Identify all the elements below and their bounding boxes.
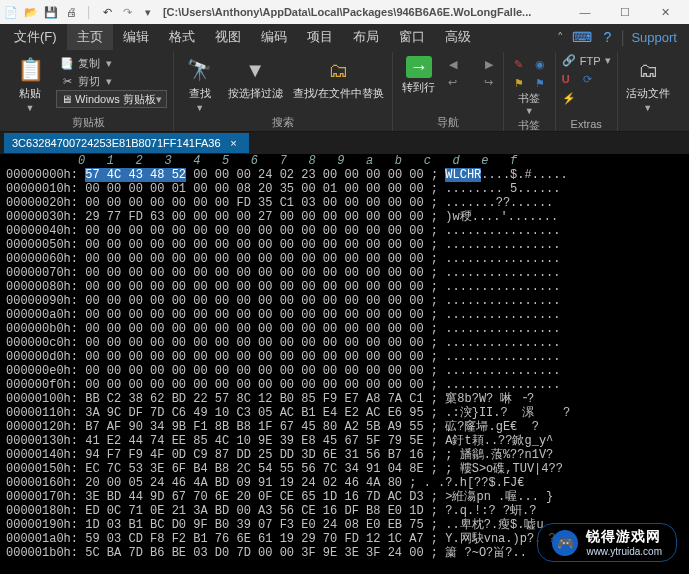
menu-format[interactable]: 格式: [159, 24, 205, 50]
ribbon-group-clipboard: 📋 粘贴 ▼ 📑 复制▾ ✂ 剪切▾ 🖥 Windows 剪贴板 ▾ 剪贴: [4, 52, 174, 131]
ribbon-group-bookmarks: ✎ ◉ ⚑ ⚑ 书签 ▼ 书签: [504, 52, 556, 131]
hex-row[interactable]: 00000020h: 00 00 00 00 00 00 00 FD 35 C1…: [0, 196, 689, 210]
hex-row[interactable]: 00000100h: BB C2 38 62 BD 22 57 8C 12 B0…: [0, 392, 689, 406]
group-title-bookmarks: 书签: [510, 116, 549, 134]
hex-row[interactable]: 00000160h: 20 00 05 24 46 4A BD 09 91 19…: [0, 476, 689, 490]
bookmarks-label: 书签: [518, 91, 540, 106]
watermark: 🎮 锐得游戏网 www.ytruida.com: [537, 523, 677, 562]
bookmark-blue-circle-icon[interactable]: ◉: [531, 56, 549, 72]
cut-button[interactable]: ✂ 剪切▾: [56, 72, 167, 90]
keyboard-icon[interactable]: ⌨: [572, 29, 592, 45]
active-files-button[interactable]: 🗂 活动文件 ▼: [624, 54, 672, 113]
desktop-icon: 🖥: [61, 93, 72, 105]
menu-support[interactable]: Support: [631, 30, 677, 45]
goto-line-button[interactable]: → 转到行: [399, 54, 439, 95]
hex-row[interactable]: 00000140h: 94 F7 F9 4F 0D C9 87 DD 25 DD…: [0, 448, 689, 462]
nav-prev-icon[interactable]: ◀: [445, 56, 461, 72]
hex-row[interactable]: 00000060h: 00 00 00 00 00 00 00 00 00 00…: [0, 252, 689, 266]
group-title-search: 搜索: [180, 113, 386, 131]
menu-layout[interactable]: 布局: [343, 24, 389, 50]
tab-title: 3C63284700724253E81B8071FF141FA36: [12, 137, 221, 149]
menu-sep: │: [619, 30, 627, 45]
redo-icon[interactable]: ↷: [121, 5, 135, 19]
nav-fwd-icon[interactable]: ↪: [481, 74, 497, 90]
hex-row[interactable]: 00000150h: EC 7C 53 3E 6F B4 B8 2C 54 55…: [0, 462, 689, 476]
hex-row[interactable]: 000000e0h: 00 00 00 00 00 00 00 00 00 00…: [0, 364, 689, 378]
ue-icon[interactable]: U: [562, 73, 580, 89]
hex-row[interactable]: 00000070h: 00 00 00 00 00 00 00 00 00 00…: [0, 266, 689, 280]
bookmark-red-icon[interactable]: ✎: [510, 56, 528, 72]
menu-window[interactable]: 窗口: [389, 24, 435, 50]
scissors-icon: ✂: [60, 74, 74, 88]
hex-row[interactable]: 00000130h: 41 E2 44 74 EE 85 4C 10 9E 39…: [0, 434, 689, 448]
title-bar: 📄 📂 💾 🖨 │ ↶ ↷ ▾ [C:\Users\Anthony\AppDat…: [0, 0, 689, 24]
hex-row[interactable]: 00000010h: 00 00 00 00 01 00 00 08 20 35…: [0, 182, 689, 196]
hex-row[interactable]: 00000180h: ED 0C 71 0E 21 3A BD 00 A3 56…: [0, 504, 689, 518]
menu-coding[interactable]: 编码: [251, 24, 297, 50]
print-icon[interactable]: 🖨: [64, 5, 78, 19]
menu-advanced[interactable]: 高级: [435, 24, 481, 50]
find-replace-in-files-button[interactable]: 🗂 查找/在文件中替换: [291, 54, 386, 101]
hex-row[interactable]: 00000030h: 29 77 FD 63 00 00 00 00 27 00…: [0, 210, 689, 224]
chevron-down-icon: ▾: [156, 93, 162, 106]
menu-home[interactable]: 主页: [67, 24, 113, 50]
menu-project[interactable]: 项目: [297, 24, 343, 50]
undo-icon[interactable]: ↶: [101, 5, 115, 19]
clipboard-history-select[interactable]: 🖥 Windows 剪贴板 ▾: [56, 90, 167, 108]
watermark-name: 锐得游戏网: [586, 528, 661, 544]
ribbon: 📋 粘贴 ▼ 📑 复制▾ ✂ 剪切▾ 🖥 Windows 剪贴板 ▾ 剪贴: [0, 50, 689, 132]
refresh-icon[interactable]: ⟳: [583, 73, 601, 89]
hex-row[interactable]: 00000110h: 3A 9C DF 7D C6 49 10 C3 05 AC…: [0, 406, 689, 420]
folder-search-icon: 🗂: [324, 56, 352, 84]
menu-edit[interactable]: 编辑: [113, 24, 159, 50]
menu-bar: 文件(F) 主页 编辑 格式 视图 编码 项目 布局 窗口 高级 ˄ ⌨ ? │…: [0, 24, 689, 50]
ribbon-group-extras: 🔗 FTP ▾ U ⟳ ⚡ Extras: [556, 52, 618, 131]
chevron-down-icon[interactable]: ▼: [525, 106, 534, 116]
window-close[interactable]: ✕: [645, 0, 685, 24]
bookmark-gold-icon[interactable]: ⚑: [510, 75, 528, 91]
hex-row[interactable]: 00000050h: 00 00 00 00 00 00 00 00 00 00…: [0, 238, 689, 252]
ftp-icon: 🔗: [562, 54, 576, 67]
save-icon[interactable]: 💾: [44, 5, 58, 19]
menu-view[interactable]: 视图: [205, 24, 251, 50]
binoculars-icon: 🔭: [186, 56, 214, 84]
hex-editor[interactable]: 0 1 2 3 4 5 6 7 8 9 a b c d e f 00000000…: [0, 154, 689, 574]
tab-bar: 3C63284700724253E81B8071FF141FA36 ×: [0, 132, 689, 154]
new-file-icon[interactable]: 📄: [4, 5, 18, 19]
hex-row[interactable]: 000000a0h: 00 00 00 00 00 00 00 00 00 00…: [0, 308, 689, 322]
watermark-url: www.ytruida.com: [586, 546, 662, 557]
hex-row[interactable]: 000000d0h: 00 00 00 00 00 00 00 00 00 00…: [0, 350, 689, 364]
hex-row[interactable]: 000000f0h: 00 00 00 00 00 00 00 00 00 00…: [0, 378, 689, 392]
collapse-ribbon-icon[interactable]: ˄: [557, 30, 564, 45]
nav-next-icon[interactable]: ▶: [481, 56, 497, 72]
hex-row[interactable]: 000000b0h: 00 00 00 00 00 00 00 00 00 00…: [0, 322, 689, 336]
hex-row[interactable]: 00000090h: 00 00 00 00 00 00 00 00 00 00…: [0, 294, 689, 308]
copy-icon: 📑: [60, 56, 74, 70]
group-title-clipboard: 剪贴板: [10, 113, 167, 131]
nav-back-icon[interactable]: ↩: [445, 74, 461, 90]
open-file-icon[interactable]: 📂: [24, 5, 38, 19]
hex-row[interactable]: 00000080h: 00 00 00 00 00 00 00 00 00 00…: [0, 280, 689, 294]
thunder-icon[interactable]: ⚡: [562, 92, 580, 108]
dropdown-arrow-icon[interactable]: ▾: [141, 5, 155, 19]
find-button[interactable]: 🔭 查找 ▼: [180, 54, 220, 113]
copy-button[interactable]: 📑 复制▾: [56, 54, 167, 72]
help-icon[interactable]: ?: [604, 29, 612, 45]
paste-button[interactable]: 📋 粘贴 ▼: [10, 54, 50, 113]
chevron-down-icon: ▾: [605, 54, 611, 67]
filter-by-selection-button[interactable]: ▼ 按选择过滤: [226, 54, 285, 101]
document-tab[interactable]: 3C63284700724253E81B8071FF141FA36 ×: [4, 133, 249, 153]
hex-row[interactable]: 000000c0h: 00 00 00 00 00 00 00 00 00 00…: [0, 336, 689, 350]
chevron-down-icon: ▼: [195, 103, 204, 113]
hex-row[interactable]: 00000170h: 3E BD 44 9D 67 70 6E 20 0F CE…: [0, 490, 689, 504]
hex-row[interactable]: 00000000h: 57 4C 43 48 52 00 00 00 24 02…: [0, 168, 689, 182]
ftp-button[interactable]: FTP: [580, 55, 601, 67]
bookmark-blue-icon[interactable]: ⚑: [531, 75, 549, 91]
hex-row[interactable]: 00000040h: 00 00 00 00 00 00 00 00 00 00…: [0, 224, 689, 238]
hex-row[interactable]: 00000120h: B7 AF 90 34 9B F1 8B B8 1F 67…: [0, 420, 689, 434]
chevron-down-icon: ▼: [643, 103, 652, 113]
menu-file[interactable]: 文件(F): [4, 24, 67, 50]
window-maximize[interactable]: ☐: [605, 0, 645, 24]
window-minimize[interactable]: —: [565, 0, 605, 24]
close-tab-icon[interactable]: ×: [227, 136, 241, 150]
